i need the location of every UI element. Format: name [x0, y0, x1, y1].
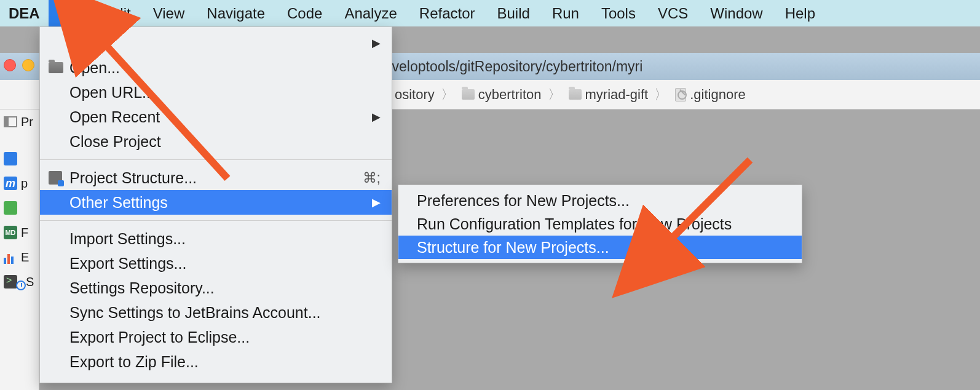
sidebar-item[interactable]: E: [0, 245, 39, 269]
terminal-icon: [4, 275, 17, 289]
file-menu-settings-repository[interactable]: Settings Repository...: [40, 276, 392, 300]
tool-window-icon: [4, 116, 17, 127]
menu-help[interactable]: Help: [774, 0, 826, 26]
gitignore-file-icon: [675, 88, 686, 101]
shortcut-label: ⌘;: [363, 170, 381, 186]
menu-view[interactable]: View: [142, 0, 196, 26]
file-menu-export-eclipse[interactable]: Export Project to Eclipse...: [40, 325, 392, 349]
folder-icon: [462, 89, 475, 100]
file-menu-open[interactable]: Open...: [40, 55, 392, 80]
module-icon: [4, 152, 17, 165]
sidebar-item[interactable]: [0, 146, 39, 171]
chevron-right-icon: 〉: [438, 86, 457, 104]
folder-icon: [569, 89, 582, 100]
breadcrumb-segment[interactable]: cybertriton 〉: [459, 86, 566, 104]
breadcrumb-segment[interactable]: myriad-gift 〉: [566, 86, 673, 104]
maven-icon: m: [4, 177, 17, 190]
file-menu-project-structure[interactable]: Project Structure... ⌘;: [40, 165, 392, 190]
app-name: DEA: [0, 0, 49, 26]
chart-icon: [4, 250, 17, 264]
menu-vcs[interactable]: VCS: [647, 0, 699, 26]
markdown-icon: MD: [4, 226, 17, 239]
sidebar-item[interactable]: m p: [0, 171, 39, 196]
file-menu-export-settings[interactable]: Export Settings...: [40, 251, 392, 276]
sidebar-item[interactable]: [0, 196, 39, 220]
menu-tools[interactable]: Tools: [590, 0, 647, 26]
clock-icon: [16, 281, 26, 290]
file-menu-close-project[interactable]: Close Project: [40, 129, 392, 154]
menu-edit[interactable]: Edit: [94, 0, 141, 26]
menu-file[interactable]: File: [49, 0, 95, 26]
file-menu-other-settings[interactable]: Other Settings ▶: [40, 190, 392, 215]
green-file-icon: [4, 201, 17, 215]
menu-build[interactable]: Build: [486, 0, 541, 26]
chevron-right-icon: 〉: [545, 86, 564, 104]
file-dropdown-menu: New ▶ Open... Open URL... Open Recent ▶ …: [39, 26, 392, 383]
menu-navigate[interactable]: Navigate: [196, 0, 276, 26]
sidebar-item[interactable]: S: [0, 269, 39, 294]
submenu-structure-new-projects[interactable]: Structure for New Projects...: [398, 236, 802, 259]
chevron-right-icon: ▶: [372, 110, 381, 124]
file-menu-open-recent[interactable]: Open Recent ▶: [40, 105, 392, 129]
sidebar-header[interactable]: Pr: [0, 109, 39, 134]
menu-window[interactable]: Window: [699, 0, 773, 26]
menu-separator: [40, 159, 392, 160]
project-sidebar: Pr m p MD F E S: [0, 109, 39, 390]
file-menu-sync-settings[interactable]: Sync Settings to JetBrains Account...: [40, 300, 392, 325]
close-window-icon[interactable]: [4, 59, 16, 71]
chevron-right-icon: ▶: [372, 36, 381, 50]
chevron-right-icon: ▶: [372, 196, 381, 209]
menu-run[interactable]: Run: [541, 0, 590, 26]
file-menu-open-url[interactable]: Open URL...: [40, 80, 392, 105]
file-menu-import-settings[interactable]: Import Settings...: [40, 226, 392, 251]
breadcrumb-segment[interactable]: ository 〉: [392, 86, 459, 104]
submenu-preferences-new-projects[interactable]: Preferences for New Projects...: [398, 189, 802, 212]
menu-refactor[interactable]: Refactor: [408, 0, 486, 26]
menu-analyze[interactable]: Analyze: [333, 0, 408, 26]
minimize-window-icon[interactable]: [22, 59, 34, 71]
sidebar-item[interactable]: MD F: [0, 220, 39, 245]
menubar: DEA File Edit View Navigate Code Analyze…: [0, 0, 980, 26]
other-settings-submenu: Preferences for New Projects... Run Conf…: [398, 185, 802, 263]
file-menu-new[interactable]: New ▶: [40, 31, 392, 55]
chevron-right-icon: 〉: [652, 86, 670, 104]
submenu-run-config-templates[interactable]: Run Configuration Templates for New Proj…: [398, 212, 802, 236]
project-structure-icon: [49, 171, 62, 185]
folder-icon: [49, 62, 63, 73]
menu-code[interactable]: Code: [276, 0, 333, 26]
file-menu-export-zip[interactable]: Export to Zip File...: [40, 349, 392, 374]
breadcrumb-segment[interactable]: .gitignore: [673, 87, 748, 103]
menu-separator: [40, 220, 392, 221]
